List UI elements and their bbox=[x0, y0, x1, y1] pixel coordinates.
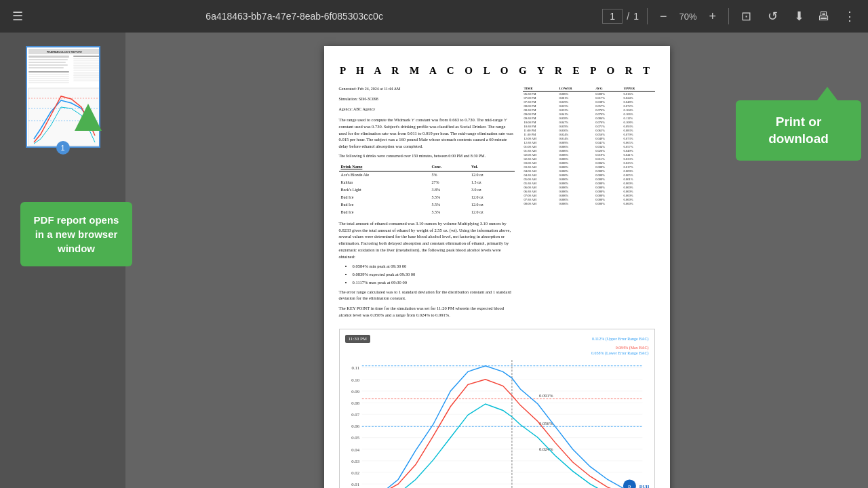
intro-text: The range used to compute the Widmark 'r… bbox=[339, 117, 515, 150]
thumbnail-panel: PHARMACOLOGY REPORT bbox=[0, 33, 125, 488]
svg-rect-26 bbox=[73, 79, 100, 79]
more-button[interactable]: ⋮ bbox=[840, 6, 860, 26]
svg-rect-5 bbox=[28, 64, 68, 66]
svg-text:0.09: 0.09 bbox=[351, 388, 359, 393]
svg-marker-32 bbox=[75, 104, 102, 131]
main-area: PHARMACOLOGY REPORT bbox=[0, 33, 868, 488]
table-row: Bud Ice5.5%12.0 oz bbox=[339, 201, 515, 209]
col-vol: Vol. bbox=[469, 163, 514, 171]
separator-2 bbox=[728, 8, 729, 24]
svg-rect-13 bbox=[73, 56, 100, 57]
svg-rect-9 bbox=[28, 76, 69, 77]
report-top-section: Generated: Feb 24, 2024 at 11:44 AM Simu… bbox=[339, 86, 655, 322]
svg-text:0.08: 0.08 bbox=[351, 400, 359, 405]
page-controls: / 1 bbox=[602, 9, 639, 24]
svg-rect-25 bbox=[73, 77, 100, 78]
print-button[interactable]: 🖶 bbox=[814, 7, 834, 26]
svg-rect-16 bbox=[73, 62, 100, 62]
pdf-tooltip-text: PDF report opens in a new browser window bbox=[20, 202, 132, 266]
separator-1 bbox=[647, 8, 648, 24]
svg-rect-6 bbox=[28, 67, 64, 68]
bac-col-upper: UPPER bbox=[623, 86, 655, 92]
svg-text:0.05: 0.05 bbox=[351, 435, 359, 440]
bac-col-time: TIME bbox=[523, 86, 558, 92]
svg-rect-15 bbox=[73, 60, 100, 61]
svg-text:DUIPRO: DUIPRO bbox=[639, 483, 648, 488]
svg-rect-4 bbox=[28, 62, 66, 63]
print-tooltip-arrow bbox=[817, 87, 837, 100]
print-tooltip: Print or download bbox=[736, 87, 861, 161]
zoom-level: 70% bbox=[679, 12, 696, 22]
meta-generated: Generated: Feb 24, 2024 at 11:44 AM bbox=[339, 86, 515, 92]
fit-button[interactable]: ⊡ bbox=[737, 6, 755, 26]
chart-upper-label: 0.112% (Upper Error Range BAC) bbox=[592, 337, 649, 341]
drinks-preamble: The following 6 drinks were consumed ove… bbox=[339, 153, 515, 159]
svg-rect-3 bbox=[28, 59, 68, 60]
svg-text:0.091%: 0.091% bbox=[538, 393, 553, 398]
page-total: 1 bbox=[633, 11, 639, 22]
svg-text:0.03: 0.03 bbox=[351, 458, 359, 463]
svg-rect-10 bbox=[28, 78, 69, 79]
chart-lower-label: 0.058% (Lower Error Range BAC) bbox=[591, 351, 648, 355]
svg-text:PHARMACOLOGY REPORT: PHARMACOLOGY REPORT bbox=[46, 50, 82, 54]
bac-col-avg: AVG bbox=[594, 86, 622, 92]
svg-rect-18 bbox=[73, 65, 100, 66]
bullet-3: 0.1117% max peak at 09:30 00 bbox=[353, 279, 515, 286]
zoom-in-button[interactable]: + bbox=[705, 7, 720, 26]
svg-text:0.04: 0.04 bbox=[351, 447, 359, 451]
svg-rect-21 bbox=[73, 70, 100, 71]
col-drink-name: Drink Name bbox=[339, 163, 430, 171]
svg-rect-14 bbox=[73, 58, 100, 59]
table-row: Beck's Light3.8%3.0 oz bbox=[339, 186, 515, 194]
bullet-2: 0.0839% expected peak at 09:30 00 bbox=[353, 271, 515, 278]
svg-rect-8 bbox=[28, 74, 69, 75]
svg-rect-2 bbox=[28, 56, 69, 58]
table-row: Ace's Blonde Ale5%12.0 oz bbox=[339, 171, 515, 179]
bullet-list: 0.0584% min peak at 09:30 00 0.0839% exp… bbox=[346, 263, 515, 285]
chart-area: 11:30 PM 0.112% (Upper Error Range BAC) … bbox=[339, 329, 655, 489]
svg-rect-23 bbox=[73, 74, 100, 75]
bullet-1: 0.0584% min peak at 09:30 00 bbox=[353, 263, 515, 270]
report-title: P H A R M A C O L O G Y R E P O R T bbox=[339, 65, 655, 77]
meta-simulation: Simulation: SIM-3C098 bbox=[339, 96, 515, 102]
svg-text:0.11: 0.11 bbox=[351, 365, 359, 370]
svg-text:0.06: 0.06 bbox=[351, 424, 359, 428]
filename-label: 6a418463-bb7a-47e7-8eab-6f085303cc0c bbox=[0, 11, 594, 22]
total-ethanol-text: The total amount of ethanol consumed was… bbox=[339, 220, 515, 260]
svg-rect-17 bbox=[73, 64, 100, 64]
svg-text:0.10: 0.10 bbox=[351, 377, 359, 382]
chart-time-marker: 11:30 PM bbox=[345, 335, 371, 343]
svg-rect-24 bbox=[73, 75, 100, 76]
svg-rect-12 bbox=[28, 82, 69, 83]
page-input[interactable] bbox=[602, 9, 623, 24]
download-button[interactable]: ⬇ bbox=[790, 6, 808, 26]
bac-table: TIME LOWER AVG UPPER 06:30 PM0.000%0.000… bbox=[523, 86, 655, 322]
drinks-table: Drink Name Conc. Vol. Ace's Blonde Ale5%… bbox=[339, 163, 515, 216]
pdf-page: P H A R M A C O L O G Y R E P O R T Gene… bbox=[324, 46, 670, 488]
print-tooltip-text: Print or download bbox=[736, 100, 861, 161]
page-separator: / bbox=[627, 11, 629, 22]
meta-agency: Agency: ABC Agency bbox=[339, 106, 515, 113]
chart-max-label: 0.084% (Max BAC) bbox=[616, 346, 649, 350]
rotate-button[interactable]: ↺ bbox=[764, 6, 782, 26]
error-text: The error range calculated was to 1 stan… bbox=[339, 289, 515, 302]
svg-rect-11 bbox=[28, 80, 69, 81]
svg-rect-27 bbox=[73, 81, 100, 81]
table-row: Bud Ice5.5%12.0 oz bbox=[339, 194, 515, 201]
key-point-text: The KEY POINT in time for the simulation… bbox=[339, 305, 515, 319]
col-conc: Conc. bbox=[430, 163, 470, 171]
svg-text:D: D bbox=[628, 484, 631, 488]
chart-svg: 0.11 0.10 0.09 0.08 0.07 0.06 0.05 0.04 … bbox=[345, 357, 649, 489]
report-left-text: Generated: Feb 24, 2024 at 11:44 AM Simu… bbox=[339, 86, 515, 322]
svg-text:0.024%: 0.024% bbox=[538, 446, 553, 451]
table-row: 08:00 AM0.000%0.000%0.000% bbox=[523, 201, 655, 205]
svg-rect-20 bbox=[73, 68, 100, 69]
bac-data-table: TIME LOWER AVG UPPER 06:30 PM0.000%0.000… bbox=[523, 86, 655, 205]
svg-rect-7 bbox=[28, 71, 69, 73]
bac-col-lower: LOWER bbox=[557, 86, 594, 92]
toolbar: ☰ 6a418463-bb7a-47e7-8eab-6f085303cc0c /… bbox=[0, 0, 868, 33]
svg-rect-19 bbox=[73, 67, 100, 68]
toolbar-right: ⬇ 🖶 ⋮ bbox=[790, 6, 860, 26]
zoom-out-button[interactable]: − bbox=[656, 7, 671, 26]
svg-rect-22 bbox=[73, 72, 100, 73]
